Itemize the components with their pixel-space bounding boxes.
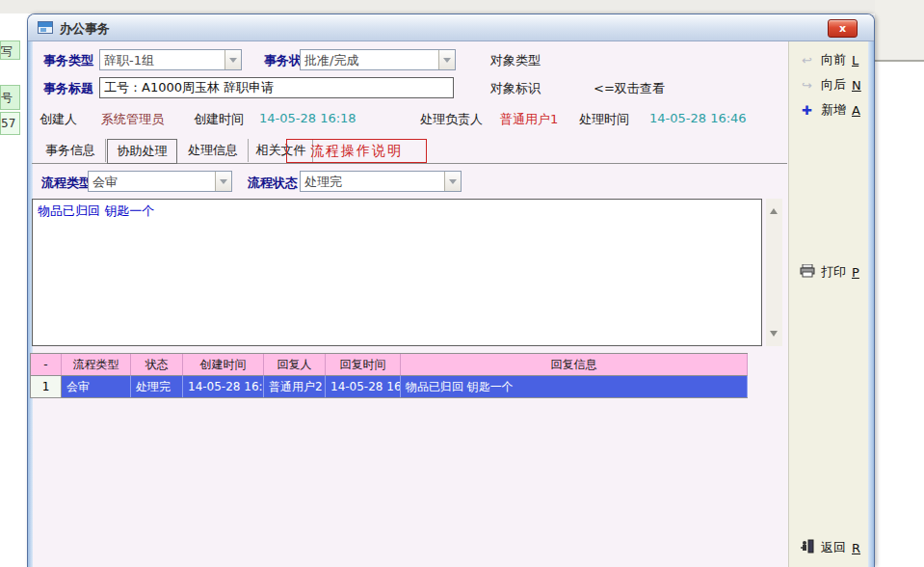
previous-button-label: 向前 bbox=[821, 51, 846, 68]
header-cell: 回复人 bbox=[264, 354, 326, 375]
print-shortcut: P bbox=[852, 265, 859, 280]
row-index-cell: 1 bbox=[31, 375, 62, 397]
affair-title-label: 事务标题 bbox=[43, 80, 93, 97]
handle-time-value: 14-05-28 16:46 bbox=[649, 111, 747, 125]
chevron-down-icon bbox=[215, 172, 231, 191]
flow-type-value: 会审 bbox=[92, 174, 212, 191]
arrow-back-icon: ↩ bbox=[799, 53, 815, 68]
add-button[interactable]: ✚ 新增 A bbox=[799, 101, 860, 119]
header-cell: 创建时间 bbox=[183, 354, 264, 375]
flow-status-label: 流程状态 bbox=[248, 175, 298, 192]
flow-memo-textarea[interactable]: 物品已归回 钥匙一个 bbox=[32, 199, 762, 346]
flow-operation-note-button[interactable]: 流程操作说明 bbox=[286, 139, 427, 163]
created-time-value: 14-05-28 16:18 bbox=[259, 111, 356, 125]
window-title: 办公事务 bbox=[60, 20, 110, 38]
add-button-label: 新增 bbox=[821, 101, 846, 119]
arrow-forward-icon: ↪ bbox=[799, 78, 815, 93]
tab-affair-info[interactable]: 事务信息 bbox=[36, 139, 106, 162]
table-row[interactable]: 1 会审 处理完 14-05-28 16:19 普通用户2 14-05-28 1… bbox=[31, 375, 748, 397]
flow-status-combo[interactable]: 处理完 bbox=[300, 171, 462, 192]
chevron-down-icon bbox=[438, 50, 455, 69]
affair-type-combo[interactable]: 辞职-1组 bbox=[99, 49, 242, 70]
previous-shortcut: L bbox=[852, 53, 858, 68]
row-cell: 14-05-28 16:22 bbox=[326, 375, 401, 397]
header-cell: 流程类型 bbox=[62, 354, 131, 375]
handle-time-label: 处理时间 bbox=[579, 111, 629, 128]
return-button[interactable]: 返回 R bbox=[799, 539, 860, 556]
printer-icon bbox=[799, 264, 815, 281]
affair-title-input[interactable]: 工号：A1000周玉林 辞职申请 bbox=[99, 77, 454, 98]
background-grid-fragment: 号 bbox=[0, 85, 20, 110]
flow-type-label: 流程类型 bbox=[41, 175, 92, 192]
creator-label: 创建人 bbox=[40, 111, 77, 128]
handler-value: 普通用户1 bbox=[500, 111, 558, 128]
return-shortcut: R bbox=[852, 541, 860, 555]
print-button[interactable]: 打印 P bbox=[799, 263, 859, 281]
tab-process-info[interactable]: 处理信息 bbox=[178, 139, 249, 162]
affair-status-value: 批准/完成 bbox=[304, 52, 436, 69]
plus-icon: ✚ bbox=[799, 103, 815, 118]
row-cell: 物品已归回 钥匙一个 bbox=[401, 375, 748, 397]
row-cell: 14-05-28 16:19 bbox=[183, 375, 264, 397]
affair-type-label: 事务类型 bbox=[43, 52, 93, 69]
close-button[interactable]: x bbox=[828, 19, 858, 38]
flow-history-table: - 流程类型 状态 创建时间 回复人 回复时间 回复信息 1 会审 处理完 14… bbox=[30, 353, 748, 398]
desktop-right-band bbox=[875, 0, 924, 62]
next-button[interactable]: ↪ 向后 N bbox=[799, 76, 861, 94]
desktop: ⇅ 写 号 57 办公事务 x 事务类型 辞职-1组 事务状态 批准/完成 对象… bbox=[0, 0, 924, 567]
affair-status-combo[interactable]: 批准/完成 bbox=[300, 49, 456, 70]
chevron-down-icon bbox=[224, 50, 241, 69]
background-grid-fragment: 写 bbox=[0, 40, 20, 60]
object-id-label: 对象标识 bbox=[490, 80, 541, 97]
window-icon bbox=[38, 21, 53, 34]
exit-icon bbox=[799, 539, 815, 556]
previous-button[interactable]: ↩ 向前 L bbox=[799, 51, 858, 68]
row-cell: 处理完 bbox=[131, 375, 183, 397]
object-type-label: 对象类型 bbox=[490, 52, 541, 69]
scroll-down-icon[interactable] bbox=[766, 329, 782, 344]
office-affairs-window: 办公事务 x 事务类型 辞职-1组 事务状态 批准/完成 对象类型 事务标题 工… bbox=[27, 14, 875, 567]
window-content: 事务类型 辞职-1组 事务状态 批准/完成 对象类型 事务标题 工号：A1000… bbox=[28, 41, 874, 567]
flow-status-value: 处理完 bbox=[304, 174, 441, 191]
header-cell: - bbox=[31, 354, 62, 375]
affair-type-value: 辞职-1组 bbox=[104, 52, 222, 69]
creator-value: 系统管理员 bbox=[101, 111, 164, 128]
next-shortcut: N bbox=[852, 78, 861, 93]
scroll-up-icon[interactable] bbox=[766, 201, 782, 216]
title-bar[interactable]: 办公事务 x bbox=[28, 14, 874, 41]
return-button-label: 返回 bbox=[821, 539, 846, 556]
add-shortcut: A bbox=[852, 103, 860, 118]
row-cell: 会审 bbox=[62, 375, 131, 397]
table-header-row: - 流程类型 状态 创建时间 回复人 回复时间 回复信息 bbox=[31, 354, 748, 375]
header-cell: 回复时间 bbox=[326, 354, 401, 375]
row-cell: 普通用户2 bbox=[264, 375, 326, 397]
header-cell: 回复信息 bbox=[401, 354, 748, 375]
object-id-hint: <=双击查看 bbox=[594, 80, 665, 97]
desktop-top-strip bbox=[0, 0, 924, 14]
action-sidebar: ↩ 向前 L ↪ 向后 N ✚ 新增 A bbox=[788, 41, 868, 567]
flow-type-combo[interactable]: 会审 bbox=[88, 171, 232, 192]
print-button-label: 打印 bbox=[821, 263, 846, 281]
window-right-edge bbox=[868, 41, 874, 567]
next-button-label: 向后 bbox=[821, 76, 846, 94]
header-cell: 状态 bbox=[131, 354, 183, 375]
handler-label: 处理负责人 bbox=[420, 111, 483, 128]
memo-scrollbar[interactable] bbox=[766, 199, 782, 346]
created-time-label: 创建时间 bbox=[194, 111, 244, 128]
background-grid-fragment: 57 bbox=[0, 112, 20, 135]
chevron-down-icon bbox=[444, 172, 461, 191]
tab-assist-process[interactable]: 协助处理 bbox=[107, 139, 177, 164]
